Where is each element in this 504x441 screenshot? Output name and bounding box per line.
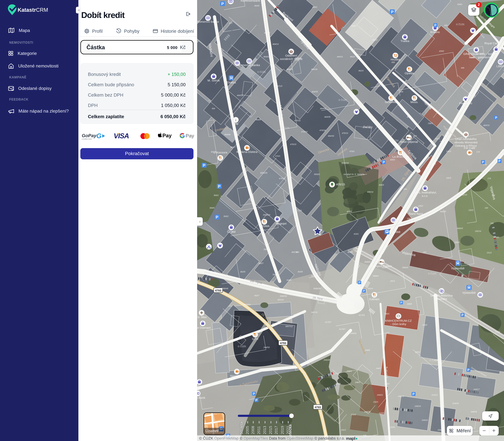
svg-text:Pay: Pay [186, 133, 194, 139]
svg-text:Pay: Pay [162, 133, 172, 139]
svg-text:G: G [96, 132, 101, 140]
svg-text:VISA: VISA [114, 133, 129, 140]
svg-text:GoPay: GoPay [82, 133, 97, 138]
svg-text:a Worldline brand: a Worldline brand [82, 138, 92, 140]
